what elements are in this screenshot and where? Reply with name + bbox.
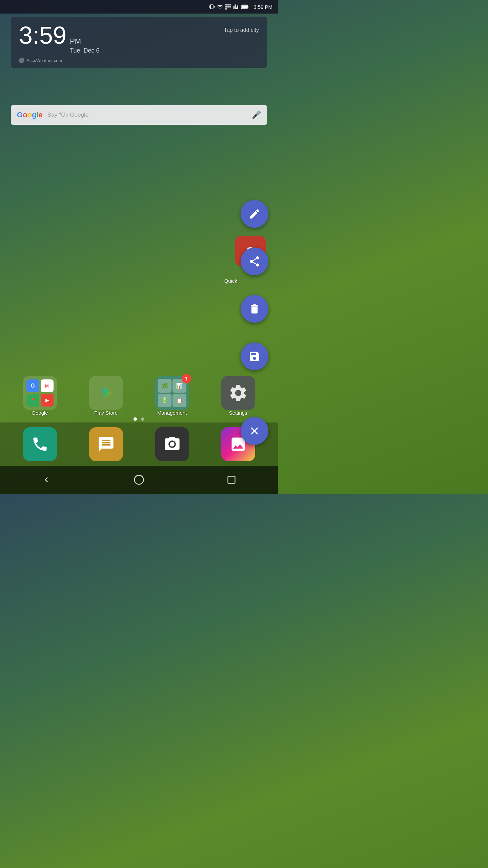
recents-square-icon <box>227 475 236 485</box>
status-bar: 3:59 PM <box>0 0 278 14</box>
settings-gear-icon <box>228 383 248 403</box>
back-icon <box>41 475 52 485</box>
google-gmail-sub: M <box>41 379 54 392</box>
google-maps-sub: 📍 <box>26 394 39 407</box>
google-app-label: Google <box>32 410 48 416</box>
playstore-app-icon <box>89 376 123 410</box>
fab-edit-button[interactable] <box>241 200 268 228</box>
status-icons: 3:59 PM <box>209 4 272 10</box>
edit-icon <box>248 208 261 220</box>
share-icon <box>248 255 261 268</box>
management-app-icon: 🌿 📊 🔋 📋 1 <box>155 376 189 410</box>
app-playstore[interactable]: Play Store <box>84 376 128 416</box>
svg-rect-2 <box>247 6 248 8</box>
weather-date: Tue, Dec 6 <box>70 47 99 54</box>
svg-point-4 <box>135 475 144 485</box>
google-logo: Google <box>17 111 43 119</box>
google-search-bar[interactable]: Google Say "Ok Google" 🎤 <box>11 105 267 125</box>
signal-icon <box>233 4 239 10</box>
nav-back-button[interactable] <box>36 470 57 490</box>
management-badge: 1 <box>182 374 191 383</box>
settings-app-label: Settings <box>229 410 247 416</box>
weather-ampm: PM <box>70 37 99 46</box>
svg-point-3 <box>170 442 175 447</box>
message-icon <box>97 435 115 453</box>
fab-delete-button[interactable] <box>241 295 268 323</box>
dot-1[interactable] <box>134 417 137 421</box>
status-time: 3:59 PM <box>253 4 272 10</box>
home-circle-icon <box>134 474 144 485</box>
accuweather-icon <box>19 58 24 63</box>
microphone-icon[interactable]: 🎤 <box>252 111 261 119</box>
weather-source-text: AccuWeather.com <box>26 58 62 63</box>
vibrate-icon <box>209 4 215 10</box>
save-icon <box>248 350 261 362</box>
management-app-label: Management <box>157 410 187 416</box>
camera-icon <box>163 435 181 453</box>
app-settings[interactable]: Settings <box>216 376 260 416</box>
app-management[interactable]: 🌿 📊 🔋 📋 1 Management <box>150 376 194 416</box>
google-youtube-sub: ▶ <box>41 394 54 407</box>
dot-2[interactable] <box>141 417 144 421</box>
wifi-icon <box>217 4 223 10</box>
svg-rect-1 <box>242 5 247 8</box>
delete-icon <box>248 303 261 315</box>
weather-time: 3:59 <box>19 23 66 47</box>
settings-app-icon <box>221 376 255 410</box>
fab-share-button[interactable] <box>241 248 268 275</box>
dock-phone[interactable] <box>23 427 57 461</box>
quick-label: Quick <box>224 278 237 284</box>
data-icon <box>225 4 231 10</box>
weather-widget[interactable]: 3:59 PM Tue, Dec 6 Tap to add city AccuW… <box>11 17 267 68</box>
nav-bar <box>0 466 278 494</box>
battery-icon <box>241 4 249 9</box>
phone-icon <box>31 435 49 453</box>
dock-messages[interactable] <box>89 427 123 461</box>
app-row: G M 📍 ▶ Google Play Store <box>0 376 278 416</box>
app-google[interactable]: G M 📍 ▶ Google <box>18 376 62 416</box>
fab-close-button[interactable] <box>241 417 268 445</box>
page-dots <box>0 417 278 421</box>
google-search-sub: G <box>26 379 39 392</box>
play-triangle-icon <box>96 383 116 403</box>
nav-home-button[interactable] <box>129 470 149 490</box>
svg-rect-5 <box>228 476 235 484</box>
google-app-icon: G M 📍 ▶ <box>23 376 57 410</box>
nav-recents-button[interactable] <box>221 470 242 490</box>
dock-camera[interactable] <box>155 427 189 461</box>
fab-save-button[interactable] <box>241 342 268 370</box>
close-icon <box>248 425 261 437</box>
google-search-placeholder: Say "Ok Google" <box>47 112 247 118</box>
playstore-app-label: Play Store <box>94 410 118 416</box>
weather-tap-label[interactable]: Tap to add city <box>224 27 259 33</box>
dock <box>0 422 278 466</box>
